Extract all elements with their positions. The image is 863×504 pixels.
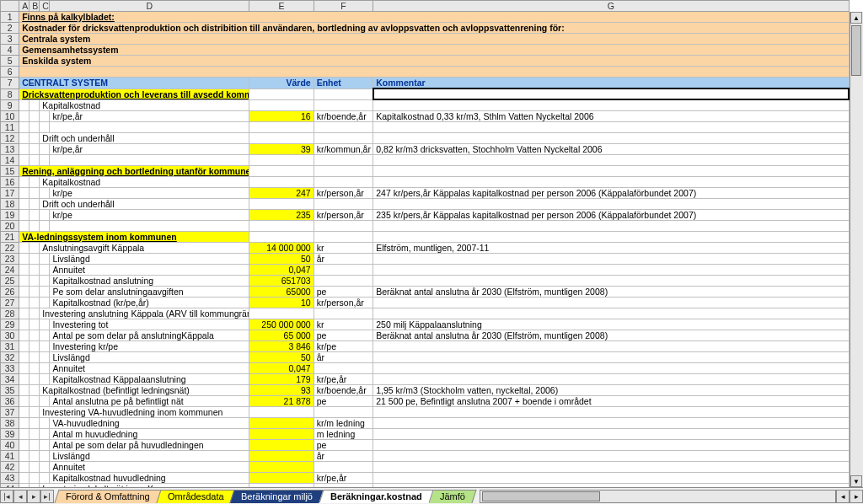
comment-cell[interactable]: [373, 406, 849, 417]
value-cell[interactable]: 179: [249, 373, 314, 384]
sheet-tab[interactable]: Områdesdata: [156, 490, 235, 503]
tab-nav-prev[interactable]: ◂: [13, 490, 27, 503]
value-cell[interactable]: [249, 220, 314, 231]
row-header-34[interactable]: 34: [1, 373, 19, 384]
value-cell[interactable]: [249, 176, 314, 187]
subsection-header[interactable]: Rening, anläggning och bortledning utanf…: [19, 165, 249, 176]
row-header-32[interactable]: 32: [1, 351, 19, 362]
row-header-9[interactable]: 9: [1, 99, 19, 110]
sheet-tab[interactable]: Förord & Omfattning: [54, 490, 161, 503]
row-header-24[interactable]: 24: [1, 264, 19, 275]
info-row-4[interactable]: Gemensamhetssystem: [19, 45, 849, 56]
scroll-left-arrow[interactable]: ◂: [836, 490, 850, 503]
comment-cell[interactable]: [373, 198, 849, 209]
comment-cell[interactable]: [373, 450, 849, 461]
col-header-A[interactable]: A: [19, 1, 29, 12]
row-header-12[interactable]: 12: [1, 132, 19, 143]
value-cell[interactable]: 250 000 000: [249, 319, 314, 330]
comment-cell[interactable]: Beräknat antal anslutna år 2030 (Elfströ…: [373, 286, 849, 297]
row-header-23[interactable]: 23: [1, 253, 19, 264]
row-header-3[interactable]: 3: [1, 34, 19, 45]
value-cell[interactable]: [249, 417, 314, 428]
tab-nav-last[interactable]: ▸|: [40, 490, 54, 503]
row-header-22[interactable]: 22: [1, 242, 19, 253]
comment-cell[interactable]: [373, 351, 849, 362]
scroll-right-arrow[interactable]: ▸: [850, 490, 863, 503]
value-cell[interactable]: 65000: [249, 286, 314, 297]
tab-nav-first[interactable]: |◂: [0, 490, 13, 503]
info-row-5[interactable]: Enskilda system: [19, 56, 849, 67]
spreadsheet-grid[interactable]: A B C D E F G 1Finns på kalkylbladet:2Ko…: [0, 0, 850, 487]
info-row-2[interactable]: Kostnader för dricksvattenproduktion och…: [19, 23, 849, 34]
row-header-11[interactable]: 11: [1, 121, 19, 132]
select-all-corner[interactable]: [1, 1, 19, 12]
sheet-tab[interactable]: Beräkningar miljö: [230, 490, 324, 503]
col-header-E[interactable]: E: [249, 1, 314, 12]
value-cell[interactable]: [249, 439, 314, 450]
col-header-F[interactable]: F: [314, 1, 373, 12]
col-header-B[interactable]: B: [29, 1, 40, 12]
section-title[interactable]: CENTRALT SYSTEM: [19, 78, 249, 89]
value-cell[interactable]: 93: [249, 384, 314, 395]
horizontal-scrollbar[interactable]: [480, 490, 836, 503]
col-label-unit[interactable]: Enhet: [314, 78, 373, 89]
value-cell[interactable]: [249, 308, 314, 319]
row-header-29[interactable]: 29: [1, 319, 19, 330]
row-header-36[interactable]: 36: [1, 395, 19, 406]
value-cell[interactable]: 50: [249, 351, 314, 362]
row-header-16[interactable]: 16: [1, 176, 19, 187]
value-cell[interactable]: [249, 450, 314, 461]
row-header-5[interactable]: 5: [1, 56, 19, 67]
comment-cell[interactable]: [373, 483, 849, 487]
comment-cell[interactable]: [373, 362, 849, 373]
comment-cell[interactable]: [373, 176, 849, 187]
scroll-down-arrow[interactable]: ▼: [850, 475, 862, 487]
comment-cell[interactable]: [373, 340, 849, 351]
comment-cell[interactable]: 247 kr/pers,år Käppalas kapitalkostnad p…: [373, 187, 849, 198]
comment-cell[interactable]: [373, 428, 849, 439]
row-header-30[interactable]: 30: [1, 330, 19, 340]
grid-area[interactable]: A B C D E F G 1Finns på kalkylbladet:2Ko…: [0, 0, 863, 487]
row-header-8[interactable]: 8: [1, 88, 19, 99]
column-header-row[interactable]: A B C D E F G: [1, 1, 850, 12]
col-label-comment[interactable]: Kommentar: [373, 78, 849, 89]
comment-cell[interactable]: 0,82 kr/m3 dricksvatten, Stochholm Vatte…: [373, 143, 849, 154]
active-cell-G8[interactable]: [373, 88, 849, 99]
value-cell[interactable]: 0,047: [249, 362, 314, 373]
row-header-4[interactable]: 4: [1, 45, 19, 56]
value-cell[interactable]: 0,047: [249, 264, 314, 275]
row-header-17[interactable]: 17: [1, 187, 19, 198]
row-header-27[interactable]: 27: [1, 297, 19, 308]
col-header-D[interactable]: D: [50, 1, 249, 12]
comment-cell[interactable]: [373, 253, 849, 264]
row-header-14[interactable]: 14: [1, 154, 19, 165]
value-cell[interactable]: [249, 472, 314, 483]
value-cell[interactable]: [249, 428, 314, 439]
comment-cell[interactable]: [373, 417, 849, 428]
row-header-44[interactable]: 44: [1, 483, 19, 487]
row-header-43[interactable]: 43: [1, 472, 19, 483]
vscroll-thumb[interactable]: [851, 25, 861, 76]
row-header-39[interactable]: 39: [1, 428, 19, 439]
value-cell[interactable]: [249, 198, 314, 209]
value-cell[interactable]: [249, 154, 314, 165]
comment-cell[interactable]: [373, 373, 849, 384]
scroll-up-arrow[interactable]: ▲: [850, 12, 862, 24]
value-cell[interactable]: 235: [249, 209, 314, 220]
comment-cell[interactable]: [373, 132, 849, 143]
row-header-7[interactable]: 7: [1, 78, 19, 89]
row-header-6[interactable]: 6: [1, 67, 19, 78]
value-cell[interactable]: 247: [249, 187, 314, 198]
col-label-value[interactable]: Värde: [249, 78, 314, 89]
row-header-31[interactable]: 31: [1, 340, 19, 351]
subsection-header[interactable]: VA-ledningssystem inom kommunen: [19, 231, 249, 242]
value-cell[interactable]: 651703: [249, 275, 314, 286]
row-header-37[interactable]: 37: [1, 406, 19, 417]
row-header-21[interactable]: 21: [1, 231, 19, 242]
row-header-26[interactable]: 26: [1, 286, 19, 297]
col-header-C[interactable]: C: [40, 1, 50, 12]
row-header-19[interactable]: 19: [1, 209, 19, 220]
value-cell[interactable]: 39: [249, 143, 314, 154]
row-header-20[interactable]: 20: [1, 220, 19, 231]
comment-cell[interactable]: [373, 461, 849, 472]
